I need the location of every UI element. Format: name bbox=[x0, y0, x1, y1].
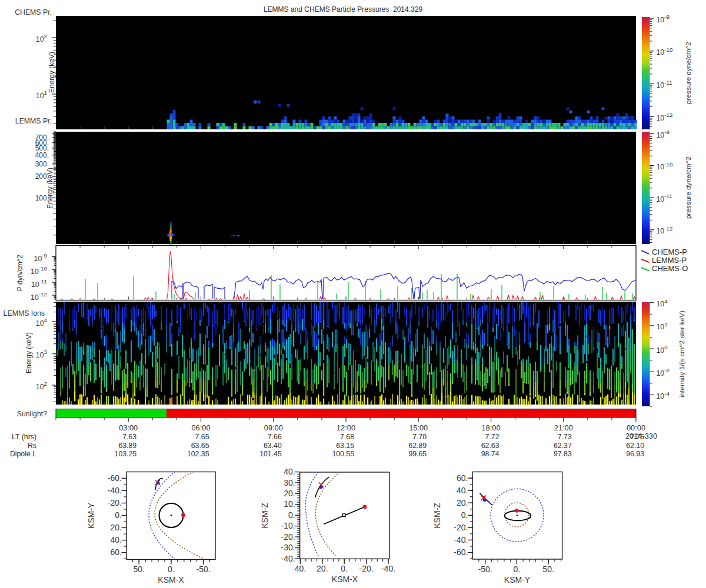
svg-text:LEMMS and CHEMS Particle Press: LEMMS and CHEMS Particle Pressures 2014:… bbox=[264, 5, 422, 14]
svg-text:P dyn/cm^2: P dyn/cm^2 bbox=[16, 255, 24, 291]
svg-text:7.75: 7.75 bbox=[630, 433, 644, 441]
svg-text:20.: 20. bbox=[457, 498, 468, 507]
svg-text:300.: 300. bbox=[35, 160, 49, 168]
svg-text:20.: 20. bbox=[284, 489, 295, 498]
svg-text:intensity 1/(s cm^2 ster keV): intensity 1/(s cm^2 ster keV) bbox=[678, 310, 686, 397]
svg-text:CHEMS-P: CHEMS-P bbox=[652, 248, 687, 256]
svg-text:7.72: 7.72 bbox=[485, 433, 499, 441]
svg-text:-20.: -20. bbox=[108, 498, 122, 507]
svg-text:pressure dyne/cm^2: pressure dyne/cm^2 bbox=[684, 42, 692, 104]
svg-text:-20.: -20. bbox=[359, 564, 374, 573]
svg-text:-60.: -60. bbox=[108, 473, 122, 483]
svg-text:-10.: -10. bbox=[281, 521, 295, 530]
svg-text:-30.: -30. bbox=[281, 543, 295, 552]
svg-text:LEMMS Pr.: LEMMS Pr. bbox=[15, 117, 52, 125]
svg-text:LEMMS Ions: LEMMS Ions bbox=[4, 309, 45, 318]
svg-text:10.: 10. bbox=[284, 499, 295, 509]
svg-text:62.37: 62.37 bbox=[554, 442, 572, 450]
svg-text:09:00: 09:00 bbox=[264, 423, 283, 432]
svg-text:7.68: 7.68 bbox=[340, 433, 354, 441]
svg-text:KSM-Z: KSM-Z bbox=[260, 503, 269, 529]
svg-text:-50.: -50. bbox=[478, 564, 492, 574]
svg-text:-40.: -40. bbox=[454, 535, 468, 544]
svg-text:100.55: 100.55 bbox=[332, 450, 354, 458]
svg-text:KSM-X: KSM-X bbox=[332, 574, 358, 584]
svg-text:40.: 40. bbox=[111, 535, 122, 544]
svg-text:CHEMS-O: CHEMS-O bbox=[652, 264, 688, 273]
svg-text:Sunlight?: Sunlight? bbox=[17, 410, 47, 418]
svg-text:Energy (keV): Energy (keV) bbox=[48, 52, 56, 93]
svg-text:-60.: -60. bbox=[454, 547, 468, 557]
svg-text:63.65: 63.65 bbox=[191, 442, 209, 450]
svg-text:20.: 20. bbox=[317, 564, 328, 573]
svg-text:LT (hrs): LT (hrs) bbox=[12, 433, 36, 441]
svg-text:101.45: 101.45 bbox=[259, 450, 282, 458]
svg-text:0.: 0. bbox=[115, 510, 122, 520]
svg-text:20.: 20. bbox=[111, 523, 122, 532]
svg-text:06:00: 06:00 bbox=[191, 423, 210, 432]
svg-text:12:00: 12:00 bbox=[337, 423, 355, 432]
svg-text:0.: 0. bbox=[168, 564, 175, 574]
svg-text:Rs: Rs bbox=[28, 442, 36, 450]
svg-text:7.65: 7.65 bbox=[195, 433, 209, 441]
svg-text:102.35: 102.35 bbox=[187, 450, 209, 458]
svg-text:CHEMS Pr.: CHEMS Pr. bbox=[15, 8, 52, 16]
svg-text:-20.: -20. bbox=[454, 523, 468, 532]
svg-text:pressure dyne/cm^2: pressure dyne/cm^2 bbox=[684, 156, 692, 219]
svg-text:63.40: 63.40 bbox=[264, 442, 282, 450]
svg-text:0.: 0. bbox=[514, 564, 521, 574]
svg-text:7.66: 7.66 bbox=[268, 433, 282, 441]
svg-text:50.: 50. bbox=[542, 564, 554, 574]
svg-text:96.93: 96.93 bbox=[626, 450, 644, 458]
svg-text:-50.: -50. bbox=[197, 564, 211, 574]
svg-text:15:00: 15:00 bbox=[409, 423, 428, 432]
svg-text:98.74: 98.74 bbox=[481, 450, 499, 458]
svg-text:400.: 400. bbox=[35, 151, 49, 159]
svg-text:Energy (keV): Energy (keV) bbox=[46, 168, 54, 209]
svg-text:21:00: 21:00 bbox=[554, 423, 573, 432]
svg-text:97.83: 97.83 bbox=[554, 450, 572, 458]
svg-text:40.: 40. bbox=[457, 486, 468, 495]
svg-text:40.: 40. bbox=[295, 564, 306, 573]
svg-text:50.: 50. bbox=[133, 564, 144, 574]
svg-text:03:00: 03:00 bbox=[119, 423, 138, 432]
svg-text:KSM-X: KSM-X bbox=[158, 575, 184, 584]
svg-text:0.: 0. bbox=[341, 564, 348, 573]
svg-text:62.89: 62.89 bbox=[408, 442, 427, 450]
svg-text:99.65: 99.65 bbox=[408, 450, 427, 458]
svg-text:62.10: 62.10 bbox=[626, 442, 644, 450]
svg-text:60.: 60. bbox=[457, 473, 468, 483]
svg-text:7.70: 7.70 bbox=[412, 433, 427, 441]
svg-text:63.15: 63.15 bbox=[336, 442, 354, 450]
svg-text:-40.: -40. bbox=[381, 564, 395, 573]
svg-text:-40.: -40. bbox=[108, 486, 122, 495]
svg-text:62.63: 62.63 bbox=[481, 442, 499, 450]
svg-text:18:00: 18:00 bbox=[481, 423, 500, 432]
svg-text:60.: 60. bbox=[111, 547, 122, 557]
svg-text:30.: 30. bbox=[284, 478, 295, 487]
svg-text:-20.: -20. bbox=[281, 532, 295, 542]
svg-text:63.89: 63.89 bbox=[118, 442, 136, 450]
svg-text:KSM-Z: KSM-Z bbox=[432, 503, 442, 529]
svg-text:Energy (keV): Energy (keV) bbox=[25, 332, 33, 373]
svg-text:LEMMS-P: LEMMS-P bbox=[652, 256, 687, 265]
svg-text:7.73: 7.73 bbox=[558, 433, 572, 441]
svg-text:0.: 0. bbox=[288, 510, 295, 520]
svg-text:KSM-Y: KSM-Y bbox=[504, 575, 531, 584]
svg-text:Dipole L: Dipole L bbox=[10, 450, 36, 458]
svg-text:103.25: 103.25 bbox=[115, 450, 137, 458]
svg-text:KSM-Y: KSM-Y bbox=[86, 502, 96, 529]
svg-text:40.: 40. bbox=[284, 467, 295, 476]
svg-text:-40.: -40. bbox=[281, 554, 295, 563]
svg-text:7.63: 7.63 bbox=[122, 433, 136, 441]
svg-text:0.: 0. bbox=[461, 510, 468, 520]
